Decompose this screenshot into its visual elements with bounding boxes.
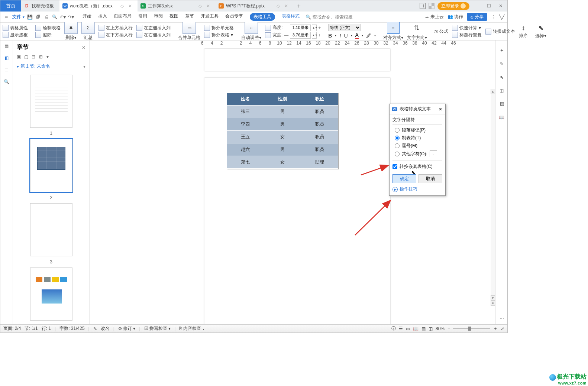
search-input[interactable] [313, 14, 353, 20]
table-cell[interactable]: 职员 [301, 143, 338, 156]
table-cell[interactable]: 男 [264, 143, 301, 156]
ribbon-insert-below[interactable]: 在下方插入行 [98, 32, 133, 38]
table-cell[interactable]: 职员 [301, 118, 338, 131]
scroll-down[interactable]: ▼ [491, 295, 495, 301]
table-header[interactable]: 性别 [264, 93, 301, 106]
ribbon-insert-above[interactable]: 在上方插入行 [98, 25, 133, 31]
status-section[interactable]: 节: 1/1 [25, 325, 38, 332]
leftstrip-bookmark-icon[interactable]: ☐ [3, 67, 10, 73]
menu-item-table-tools[interactable]: 表格工具 [250, 13, 275, 21]
menu-search[interactable]: 🔍 [306, 14, 353, 20]
ribbon-autofit[interactable]: ↔ 自动调整▾ [241, 22, 261, 41]
ribbon-split-table[interactable]: 拆分表格▾ [204, 32, 233, 38]
ribbon-summary[interactable]: Σ 汇总 [81, 22, 95, 41]
tab-secondary-icon[interactable]: ◇ [277, 3, 280, 9]
nav-close-icon[interactable]: ✕ [82, 45, 85, 50]
dialog-close-icon[interactable]: ✕ [438, 107, 443, 112]
font-select[interactable]: 等线 (正文) [328, 24, 361, 31]
right-shapes-icon[interactable]: ◫ [500, 88, 504, 93]
leftstrip-chapters-icon[interactable]: ◧ [3, 55, 10, 61]
ribbon-fx[interactable]: fx 公式 [434, 28, 448, 35]
underline-button[interactable]: U [344, 33, 348, 39]
ribbon-convert[interactable]: 转换成文本 [485, 28, 515, 35]
menu-item-table-style[interactable]: 表格样式 [282, 13, 300, 21]
save-icon[interactable]: 💾 [27, 14, 33, 20]
status-page[interactable]: 页面: 2/4 [3, 325, 21, 332]
nav-tool-minus-icon[interactable]: ⊟ [32, 54, 37, 59]
fullscreen-icon[interactable]: ⤢ [501, 326, 504, 331]
tab-home[interactable]: 首页 [0, 0, 21, 12]
hamburger-icon[interactable]: ≡ [3, 14, 10, 20]
table-header[interactable]: 姓名 [227, 93, 264, 106]
undo-icon[interactable]: ↶▾ [59, 14, 66, 20]
nav-tool-dropdown-icon[interactable]: ▾ [46, 54, 52, 59]
ribbon-merge[interactable]: ▭ 合并单元格 [178, 22, 200, 41]
table-cell[interactable]: 男 [264, 118, 301, 131]
table-header[interactable]: 职位 [301, 93, 338, 106]
vertical-scrollbar[interactable]: ▲ ▼ ≡ [491, 89, 495, 306]
window-close[interactable]: ✕ [496, 3, 505, 9]
ribbon-split-cell[interactable]: 拆分单元格 [204, 25, 234, 31]
ribbon-align[interactable]: ≡ 对齐方式▾ [383, 22, 403, 41]
menu-item[interactable]: 引用 [138, 13, 147, 21]
tab-close-icon[interactable]: ✕ [206, 3, 210, 9]
tab-close-icon[interactable]: ✕ [128, 3, 132, 9]
ribbon-font[interactable]: 等线 (正文) [328, 24, 361, 31]
radio-other[interactable]: 其他字符(O): [392, 150, 442, 158]
status-content-check[interactable]: ⎘ 内容检查 ▾ [179, 325, 205, 332]
bold-button[interactable]: B [328, 33, 332, 39]
menu-item[interactable]: 视图 [169, 13, 178, 21]
ribbon-insert-right[interactable]: 在右侧插入列 [136, 32, 171, 38]
height-spinner[interactable]: ▲▼ [312, 25, 317, 31]
sample-table[interactable]: 姓名性别职位 张三男职员 李四男职员 王五女职员 赵六男职员 郑七女助理 [227, 93, 338, 169]
leftstrip-outline-icon[interactable]: ▤ [3, 43, 10, 49]
tab-ppt-doc[interactable]: P WPS PPT教程.pptx ◇ ✕ [216, 0, 294, 12]
window-maximize[interactable]: ☐ [484, 3, 493, 9]
print-preview-icon[interactable]: 🗐 [35, 14, 42, 20]
tab-close-icon[interactable]: ✕ [284, 3, 288, 9]
ribbon-draw-table[interactable]: 绘制表格 [35, 25, 61, 31]
ribbon-show-grid[interactable]: 显示虚框 [3, 32, 28, 38]
ribbon-sort[interactable]: ↕ 排序 [519, 24, 528, 39]
ribbon-delete[interactable]: ✖ 删除▾ [64, 22, 78, 41]
right-read-icon[interactable]: 📖 [499, 115, 504, 120]
view-outline-icon[interactable]: ▤ [421, 326, 426, 331]
radio-paragraph[interactable]: 段落标记(P) [392, 126, 442, 134]
italic-button[interactable]: I [339, 33, 341, 39]
login-button[interactable]: 立即登录 [437, 2, 469, 10]
zoom-out[interactable]: − [448, 326, 450, 331]
ribbon-insert-left[interactable]: 在左侧插入列 [136, 25, 171, 31]
share-button[interactable]: ⎋分享 [467, 13, 487, 21]
redo-icon[interactable]: ↷▾ [68, 14, 74, 20]
table-cell[interactable]: 张三 [227, 106, 264, 118]
ribbon-height[interactable]: 高度: — ▲▼ + [265, 25, 321, 31]
view-fit-icon[interactable]: ◫ [429, 326, 433, 331]
status-rename[interactable]: 改名 [101, 325, 110, 332]
ok-button[interactable]: 确定 [392, 174, 416, 183]
nav-tool-expand-icon[interactable]: ▢ [24, 54, 29, 59]
preview-icon[interactable]: 🔍 [51, 14, 58, 20]
ribbon-width[interactable]: 宽度: — ▲▼ + [265, 32, 321, 39]
status-spell[interactable]: ☑ 拼写检查 ▾ [144, 325, 171, 332]
other-char-input[interactable] [430, 150, 437, 157]
menu-collapse-icon[interactable]: ╲╱ [499, 14, 504, 20]
status-row[interactable]: 行: 1 [42, 325, 51, 332]
zoom-value[interactable]: 80% [436, 326, 445, 331]
nav-tool-plus-icon[interactable]: ⊞ [39, 54, 44, 59]
table-cell[interactable]: 女 [264, 156, 301, 169]
width-input[interactable] [290, 32, 311, 39]
page-thumbnail[interactable] [30, 75, 72, 128]
checkbox-nested[interactable]: 转换嵌套表格(C) [392, 161, 442, 172]
scroll-up[interactable]: ▲ [491, 89, 495, 94]
tab-templates[interactable]: D 找稻壳模板 [21, 0, 59, 12]
table-cell[interactable]: 助理 [301, 156, 338, 169]
right-more-icon[interactable]: ⋯ [500, 316, 504, 321]
ribbon-select[interactable]: ⬉ 选择▾ [535, 24, 546, 39]
width-spinner[interactable]: ▲▼ [312, 32, 317, 39]
view-web-icon[interactable]: ▭ [406, 326, 410, 331]
menu-file[interactable]: 文件 ▾ [12, 14, 25, 20]
ribbon-erase[interactable]: 擦除 [35, 32, 52, 38]
tab-secondary-icon[interactable]: ◇ [198, 3, 202, 9]
table-cell[interactable]: 男 [264, 106, 301, 118]
zoom-in[interactable]: ＋ [493, 325, 498, 332]
